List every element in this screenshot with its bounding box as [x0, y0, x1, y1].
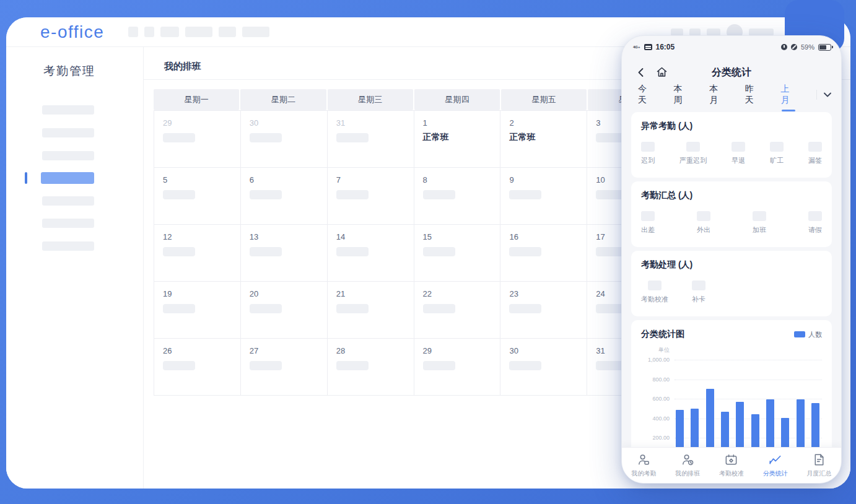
stat-item: 严重迟到 [679, 142, 707, 165]
calendar-day-cell[interactable]: 26 [154, 339, 241, 396]
stat-card: 考勤汇总 (人)出差外出加班请假 [631, 181, 832, 247]
status-right-group: 59% [781, 43, 831, 51]
calendar-date: 27 [250, 346, 258, 355]
sidebar-title: 考勤管理 [43, 63, 95, 79]
sidebar-item[interactable] [42, 219, 94, 228]
stat-value-placeholder [808, 211, 822, 221]
sidebar-item[interactable] [42, 128, 94, 137]
calendar-day-cell[interactable]: 16 [500, 225, 587, 282]
calendar-date: 20 [250, 289, 258, 298]
sidebar-item[interactable] [42, 196, 94, 206]
calendar-date: 8 [423, 175, 427, 185]
stat-label: 外出 [697, 225, 710, 235]
calendar-day-cell[interactable]: 29 [414, 339, 501, 396]
nav-item-attendance-calibration[interactable]: 考勤校准 [710, 448, 754, 483]
calendar-date: 17 [596, 232, 605, 241]
calendar-date: 29 [163, 118, 172, 128]
legend-swatch [794, 331, 805, 337]
schedule-placeholder [509, 247, 541, 256]
tab-昨天[interactable]: 昨天 [745, 84, 761, 106]
phone-mockup: 4G+ 16:05 59% 分类统计 今天本周本月昨天上月 [621, 35, 842, 484]
stat-value-placeholder [641, 211, 655, 221]
stat-value-placeholder [692, 280, 705, 290]
nav-item-category-statistics[interactable]: 分类统计 [753, 448, 797, 483]
schedule-placeholder [163, 361, 195, 370]
calendar-date: 22 [423, 289, 432, 298]
weekday-header: 星期一 [154, 89, 239, 110]
stat-label: 加班 [753, 225, 766, 235]
calendar-date: 29 [423, 346, 432, 355]
calendar-day-cell[interactable]: 22 [414, 282, 501, 339]
sidebar-item[interactable] [42, 105, 94, 115]
calendar-day-cell[interactable]: 14 [328, 225, 414, 282]
calendar-day-cell[interactable]: 15 [414, 225, 501, 282]
nav-label: 分类统计 [763, 469, 788, 478]
stat-item: 补卡 [692, 280, 705, 304]
schedule-placeholder [509, 190, 541, 199]
calendar-date: 28 [336, 346, 345, 355]
calendar-day-cell[interactable]: 31 [328, 111, 414, 168]
schedule-placeholder [423, 361, 455, 370]
mute-icon [791, 44, 797, 50]
tab-本月[interactable]: 本月 [709, 84, 725, 106]
calendar-day-cell[interactable]: 8 [414, 168, 501, 225]
stat-card-title: 考勤处理 (人) [641, 259, 822, 271]
calendar-day-cell[interactable]: 23 [500, 282, 587, 339]
tab-上月[interactable]: 上月 [780, 84, 796, 106]
stat-item: 旷工 [770, 142, 784, 165]
calendar-date: 6 [250, 175, 254, 185]
calendar-date: 15 [423, 232, 432, 241]
person-clock-icon [681, 453, 695, 467]
calendar-day-cell[interactable]: 12 [154, 225, 241, 282]
calendar-day-cell[interactable]: 19 [154, 282, 241, 339]
stat-value-placeholder [808, 142, 822, 152]
schedule-placeholder [336, 133, 369, 142]
schedule-placeholder [250, 190, 282, 199]
stat-label: 早退 [732, 156, 745, 165]
calendar-day-cell[interactable]: 1正常班 [414, 111, 501, 168]
calendar-day-cell[interactable]: 27 [241, 339, 328, 396]
calendar-day-cell[interactable]: 13 [241, 225, 328, 282]
stat-label: 出差 [641, 225, 655, 235]
calendar-day-cell[interactable]: 20 [241, 282, 328, 339]
sidebar-item[interactable] [42, 241, 94, 251]
calendar-day-cell[interactable]: 9 [500, 168, 587, 225]
stat-label: 漏签 [808, 156, 822, 165]
calendar-day-cell[interactable]: 30 [241, 111, 328, 168]
tab-本周[interactable]: 本周 [674, 84, 689, 106]
sidebar-item-active[interactable] [41, 172, 94, 184]
chart-card: 分类统计图 人数 单位 1,000.00800.00600.00400.0020… [631, 320, 832, 469]
chevron-down-icon[interactable] [823, 90, 832, 100]
weekday-header: 星期四 [414, 89, 500, 110]
calendar-date: 21 [336, 289, 345, 298]
status-time: 16:05 [656, 43, 675, 51]
alarm-icon [781, 44, 787, 50]
calendar-date: 19 [163, 289, 172, 298]
calendar-date: 31 [596, 346, 605, 355]
toolbar-placeholder [219, 27, 236, 37]
calendar-day-cell[interactable]: 6 [241, 168, 328, 225]
calendar-day-cell[interactable]: 29 [154, 111, 241, 168]
battery-percent: 59% [801, 43, 815, 51]
sidebar-item[interactable] [42, 151, 94, 160]
calendar-day-cell[interactable]: 28 [328, 339, 414, 396]
calendar-day-cell[interactable]: 7 [328, 168, 414, 225]
nav-item-my-attendance[interactable]: 我的考勤 [622, 448, 666, 483]
calendar-day-cell[interactable]: 5 [154, 168, 241, 225]
calendar-day-cell[interactable]: 30 [500, 339, 587, 396]
stat-item: 迟到 [641, 142, 655, 165]
stat-label: 请假 [808, 225, 822, 235]
legend-label: 人数 [808, 330, 822, 339]
schedule-placeholder [509, 361, 541, 370]
tab-今天[interactable]: 今天 [638, 84, 653, 106]
stat-label: 考勤校准 [641, 295, 668, 304]
bar-chart: 单位 1,000.00800.00600.00400.00200.00 [641, 345, 822, 464]
tabs-more-group [816, 90, 832, 100]
sidebar: 考勤管理 [6, 47, 144, 489]
nav-item-my-schedule[interactable]: 我的排班 [666, 448, 710, 483]
calendar-date: 12 [163, 232, 172, 241]
nav-item-monthly-summary[interactable]: 月度汇总 [797, 448, 841, 483]
calendar-date: 5 [163, 175, 167, 185]
calendar-day-cell[interactable]: 2正常班 [500, 111, 587, 168]
calendar-day-cell[interactable]: 21 [328, 282, 414, 339]
